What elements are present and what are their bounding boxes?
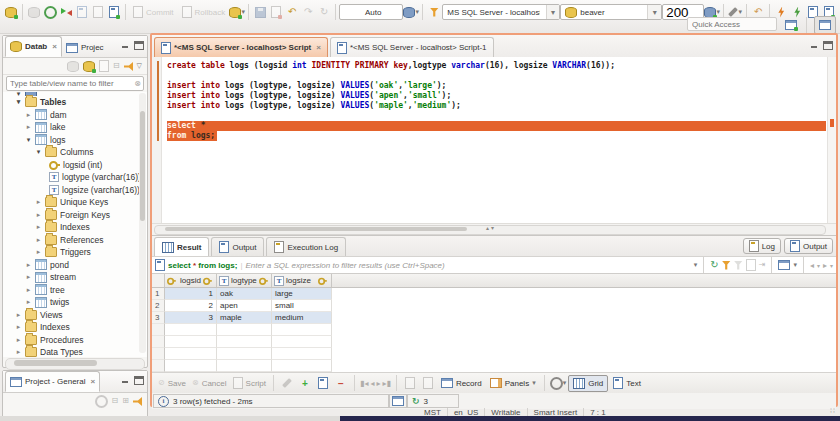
cell-logsid[interactable]: 3	[165, 312, 217, 324]
text-view-button[interactable]: Text	[610, 377, 644, 389]
tree-item-tables[interactable]: ▾Tables	[3, 96, 147, 109]
tab-result[interactable]: Result	[154, 237, 209, 256]
connect-icon[interactable]	[26, 3, 42, 21]
custom-filter-icon[interactable]	[778, 260, 790, 270]
statusbar-drag-handle[interactable]: ⁞⁞	[830, 407, 836, 414]
new-connection-icon[interactable]	[83, 61, 95, 72]
tree-item-dam[interactable]: ▸dam	[3, 109, 147, 122]
filter-placeholder[interactable]: Enter a SQL expression to filter results…	[245, 261, 444, 270]
output-button[interactable]: Output	[784, 238, 833, 254]
isolation-level-button[interactable]: ▾	[403, 3, 419, 21]
cell-logsid[interactable]: 1	[165, 288, 217, 300]
tab-project-navigator[interactable]: Projec	[62, 38, 108, 57]
result-grid[interactable]: logsid Tlogtype Tlogsize 1 1 oak large 2…	[152, 274, 836, 372]
expand-arrow[interactable]: ▾	[25, 136, 32, 144]
grid-row-2[interactable]: 2 2 apen small	[152, 300, 836, 312]
new-connection-icon[interactable]	[3, 3, 19, 21]
header-sort-icon[interactable]	[203, 277, 212, 284]
expand-arrow[interactable]: ▸	[35, 198, 42, 206]
quick-access-input[interactable]	[687, 17, 777, 31]
tree-item-logsid[interactable]: logsid (int)	[3, 159, 147, 172]
tree-item-logsize[interactable]: Tlogsize (varchar(16))	[3, 184, 147, 197]
redo-icon[interactable]: ↷	[300, 3, 316, 21]
grid-row-empty[interactable]	[152, 324, 836, 336]
expand-arrow[interactable]: ▸	[15, 311, 22, 319]
maximize-icon[interactable]	[134, 376, 144, 385]
sql-editor-icon[interactable]	[74, 3, 90, 21]
add-row-icon[interactable]: +	[297, 374, 313, 392]
apply-filter-icon[interactable]	[722, 261, 731, 270]
nav-forward-chevron-icon[interactable]: ▾	[830, 262, 833, 269]
grid-row-3[interactable]: 3 3 maple medium	[152, 312, 836, 324]
active-catalog-icon[interactable]	[426, 3, 442, 21]
tab-execution-log[interactable]: Execution Log	[266, 237, 346, 256]
nav-back-icon[interactable]: ◂	[810, 261, 814, 270]
grid-row-1[interactable]: 1 1 oak large	[152, 288, 836, 300]
save-icon[interactable]	[252, 3, 268, 21]
grid-row-empty[interactable]	[152, 348, 836, 360]
filter-history-chevron-icon[interactable]: ▾	[694, 260, 698, 270]
scrollbar-thumb[interactable]	[14, 360, 97, 366]
tree-item-stream[interactable]: ▸stream	[3, 271, 147, 284]
tab-script-1[interactable]: *<MS SQL Server - localhost> Script-1	[330, 37, 494, 57]
edit-cell-icon[interactable]	[279, 374, 295, 392]
tree-item-views[interactable]: ▸Views	[3, 309, 147, 322]
expand-arrow[interactable]: ▸	[25, 123, 32, 131]
tree-item-logtype[interactable]: Tlogtype (varchar(16))	[3, 171, 147, 184]
view-menu-icon[interactable]: ▽	[137, 61, 142, 71]
next-row-icon[interactable]: ▸	[376, 379, 380, 388]
column-header-logtype[interactable]: Tlogtype	[217, 274, 272, 287]
tree-item-columns[interactable]: ▾Columns	[3, 146, 147, 159]
clear-filter-icon[interactable]: ⊗	[134, 79, 143, 88]
chevron-down-icon[interactable]: ▾	[793, 260, 797, 270]
tree-item-indexes[interactable]: ▸Indexes	[3, 221, 147, 234]
settings-gear-icon[interactable]	[95, 395, 108, 408]
maximize-icon[interactable]	[823, 41, 833, 50]
record-button[interactable]: Record	[438, 378, 485, 388]
open-perspective-icon[interactable]	[783, 16, 799, 34]
save-button[interactable]: ⊘Save	[156, 378, 188, 388]
tree-item-foreign-keys[interactable]: ▸Foreign Keys	[3, 209, 147, 222]
undo-icon[interactable]: ↶	[284, 3, 300, 21]
tree-item-data-types[interactable]: ▸Data Types	[3, 346, 147, 357]
expand-all-icon[interactable]: ⊞	[122, 396, 129, 406]
column-header-logsize[interactable]: Tlogsize	[272, 274, 332, 287]
editor-horizontal-scrollbar[interactable]: ▴▾	[152, 223, 836, 235]
close-icon[interactable]: ×	[90, 377, 95, 386]
advanced-filter-icon[interactable]: ⇥	[759, 260, 766, 270]
expand-arrow[interactable]: ▸	[25, 261, 32, 269]
link-with-editor-icon[interactable]	[133, 397, 142, 406]
minimize-icon[interactable]	[121, 377, 129, 384]
tree-horizontal-scrollbar[interactable]	[5, 358, 145, 370]
cell-logsize[interactable]: medium	[272, 312, 332, 324]
expand-arrow[interactable]: ▸	[35, 223, 42, 231]
expand-arrow[interactable]: ▸	[25, 273, 32, 281]
script-button[interactable]: Script	[231, 377, 268, 389]
revert-icon[interactable]	[268, 3, 284, 21]
panel-toggle[interactable]	[389, 394, 407, 408]
open-sql-icon[interactable]	[90, 3, 106, 21]
delete-row-icon[interactable]: −	[333, 374, 349, 392]
fetch-all-icon[interactable]	[420, 374, 436, 392]
rollback-button[interactable]: Rollback	[178, 6, 230, 18]
driver-manager-icon[interactable]	[42, 3, 58, 21]
expand-arrow[interactable]: ▸	[15, 323, 22, 331]
tree-item-triggers[interactable]: ▸Triggers	[3, 246, 147, 259]
cell-logsid[interactable]: 2	[165, 300, 217, 312]
tab-database-navigator[interactable]: Datab×	[5, 36, 62, 57]
log-button[interactable]: Log	[743, 238, 781, 254]
new-item-icon[interactable]	[99, 60, 109, 72]
tree-item-tree[interactable]: ▸tree	[3, 284, 147, 297]
disconnect-icon[interactable]	[58, 3, 74, 21]
refresh-icon[interactable]: ↻	[316, 3, 332, 21]
duplicate-row-icon[interactable]	[315, 374, 331, 392]
cell-logsize[interactable]: large	[272, 288, 332, 300]
tab-script-active[interactable]: *<MS SQL Server - localhost> Script×	[154, 37, 328, 57]
tab-output[interactable]: Output	[211, 237, 264, 256]
filter-input[interactable]	[7, 79, 134, 88]
tree-item-procedures[interactable]: ▸Procedures	[3, 334, 147, 347]
connection-combo[interactable]: MS SQL Server - localhost▾	[442, 4, 560, 20]
tree-item-lake[interactable]: ▸lake	[3, 121, 147, 134]
tree-item-pond[interactable]: ▸pond	[3, 259, 147, 272]
minimize-icon[interactable]	[121, 42, 129, 49]
